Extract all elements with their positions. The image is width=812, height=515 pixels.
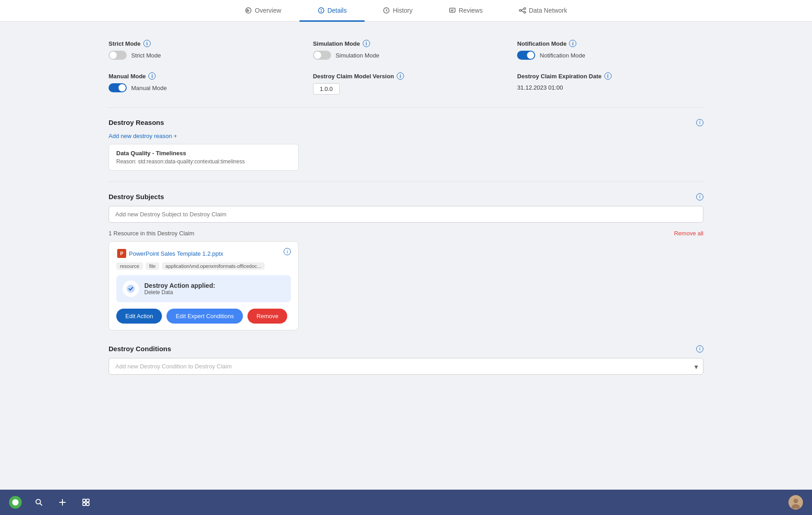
destroy-action-sub: Delete Data bbox=[144, 289, 215, 296]
svg-line-14 bbox=[521, 9, 524, 10]
destroy-action-icon bbox=[126, 284, 135, 293]
tab-data-network[interactable]: Data Network bbox=[501, 0, 585, 22]
resource-tags: resource file application/vnd.openxmifor… bbox=[116, 262, 291, 270]
notification-mode-toggle-label: Notification Mode bbox=[540, 52, 585, 59]
tab-history-label: History bbox=[393, 7, 413, 14]
edit-action-button[interactable]: Edit Action bbox=[116, 309, 162, 324]
tab-reviews[interactable]: Reviews bbox=[431, 0, 501, 22]
manual-mode-info-icon[interactable]: i bbox=[148, 72, 156, 80]
destroy-conditions-info-icon[interactable]: i bbox=[696, 345, 703, 353]
add-button[interactable] bbox=[56, 496, 69, 509]
strict-mode-toggle-label: Strict Mode bbox=[131, 52, 161, 59]
destroy-claim-expiration-date-section: Destroy Claim Expiration Date i 31.12.20… bbox=[517, 72, 703, 95]
manual-mode-label: Manual Mode i bbox=[109, 72, 295, 80]
app-logo[interactable] bbox=[9, 496, 22, 509]
destroy-action-box: Destroy Action applied: Delete Data bbox=[116, 275, 291, 302]
destroy-claim-model-version-value: 1.0.0 bbox=[313, 83, 340, 95]
separator-2 bbox=[109, 181, 703, 182]
svg-point-11 bbox=[519, 10, 521, 11]
destroy-conditions-header: Destroy Conditions i bbox=[109, 345, 703, 353]
destroy-claim-model-version-info-icon[interactable]: i bbox=[397, 72, 404, 80]
remove-all-button[interactable]: Remove all bbox=[674, 230, 703, 237]
destroy-action-text: Destroy Action applied: Delete Data bbox=[144, 282, 215, 296]
destroy-subjects-input[interactable] bbox=[109, 206, 703, 223]
svg-point-18 bbox=[127, 285, 135, 293]
user-avatar[interactable] bbox=[788, 495, 803, 510]
add-destroy-reason-link[interactable]: Add new destroy reason + bbox=[109, 133, 177, 139]
destroy-reasons-section: Destroy Reasons i Add new destroy reason… bbox=[109, 119, 703, 171]
resource-count-text: 1 Resource in this Destroy Claim bbox=[109, 230, 194, 237]
destroy-claim-expiration-date-info-icon[interactable]: i bbox=[604, 72, 612, 80]
grid-button[interactable] bbox=[80, 496, 92, 509]
edit-expert-conditions-button[interactable]: Edit Expert Conditions bbox=[166, 309, 243, 324]
search-button[interactable] bbox=[33, 496, 45, 509]
modes-row-2: Manual Mode i Manual Mode Destroy Claim … bbox=[109, 72, 703, 95]
tab-overview[interactable]: Overview bbox=[227, 0, 299, 22]
destroy-conditions-select[interactable]: Add new Destroy Condition to Destroy Cla… bbox=[109, 358, 703, 375]
destroy-claim-expiration-date-label: Destroy Claim Expiration Date i bbox=[517, 72, 703, 80]
tab-reviews-label: Reviews bbox=[459, 7, 483, 14]
resource-tag-2: application/vnd.openxmiformats-officedoc… bbox=[162, 262, 265, 270]
strict-mode-toggle[interactable] bbox=[109, 51, 127, 60]
svg-point-20 bbox=[36, 500, 41, 504]
nav-tabs: Overview Details History Reviews bbox=[0, 0, 812, 22]
modes-row-1: Strict Mode i Strict Mode Simulation Mod… bbox=[109, 40, 703, 60]
manual-mode-toggle[interactable] bbox=[109, 83, 127, 92]
notification-mode-section: Notification Mode i Notification Mode bbox=[517, 40, 703, 60]
notification-mode-toggle[interactable] bbox=[517, 51, 535, 60]
simulation-mode-info-icon[interactable]: i bbox=[363, 40, 370, 47]
svg-point-19 bbox=[12, 499, 19, 505]
svg-rect-25 bbox=[86, 499, 89, 502]
simulation-mode-label: Simulation Mode i bbox=[313, 40, 499, 47]
pptx-icon: P bbox=[116, 248, 127, 259]
resource-card: P PowerPoint Sales Template 1.2.pptx i r… bbox=[109, 241, 299, 330]
separator-1 bbox=[109, 107, 703, 108]
resource-count-row: 1 Resource in this Destroy Claim Remove … bbox=[109, 230, 703, 237]
strict-mode-label: Strict Mode i bbox=[109, 40, 295, 47]
bottom-bar-left bbox=[9, 496, 92, 509]
bottom-bar bbox=[0, 490, 812, 515]
tab-details-label: Details bbox=[328, 7, 347, 14]
simulation-mode-toggle-wrap: Simulation Mode bbox=[313, 51, 499, 60]
svg-point-6 bbox=[321, 11, 321, 12]
destroy-claim-expiration-date-value: 31.12.2023 01:00 bbox=[517, 84, 563, 91]
destroy-subjects-info-icon[interactable]: i bbox=[696, 193, 703, 200]
resource-name-row: P PowerPoint Sales Template 1.2.pptx bbox=[116, 248, 223, 259]
manual-mode-section: Manual Mode i Manual Mode bbox=[109, 72, 295, 95]
svg-line-15 bbox=[521, 11, 524, 12]
simulation-mode-section: Simulation Mode i Simulation Mode bbox=[313, 40, 499, 60]
simulation-mode-toggle[interactable] bbox=[313, 51, 331, 60]
destroy-conditions-title: Destroy Conditions bbox=[109, 345, 171, 353]
destroy-subjects-section: Destroy Subjects i 1 Resource in this De… bbox=[109, 193, 703, 330]
strict-mode-toggle-wrap: Strict Mode bbox=[109, 51, 295, 60]
manual-mode-toggle-label: Manual Mode bbox=[131, 85, 167, 91]
tab-history[interactable]: History bbox=[365, 0, 431, 22]
reason-card-sub: Reason: std:reason:data-quality:contextu… bbox=[116, 158, 291, 165]
resource-info-icon[interactable]: i bbox=[284, 248, 291, 255]
destroy-reasons-title: Destroy Reasons bbox=[109, 119, 164, 126]
resource-tag-1: file bbox=[146, 262, 159, 270]
remove-button[interactable]: Remove bbox=[247, 309, 287, 324]
svg-point-13 bbox=[524, 11, 526, 13]
tab-data-network-label: Data Network bbox=[529, 7, 567, 14]
main-content: Strict Mode i Strict Mode Simulation Mod… bbox=[0, 22, 812, 490]
resource-name[interactable]: PowerPoint Sales Template 1.2.pptx bbox=[129, 250, 223, 257]
tab-details[interactable]: Details bbox=[299, 0, 365, 22]
destroy-claim-model-version-section: Destroy Claim Model Version i 1.0.0 bbox=[313, 72, 499, 95]
svg-line-21 bbox=[40, 504, 43, 506]
strict-mode-section: Strict Mode i Strict Mode bbox=[109, 40, 295, 60]
strict-mode-info-icon[interactable]: i bbox=[143, 40, 151, 47]
tab-overview-label: Overview bbox=[255, 7, 281, 14]
destroy-action-title: Destroy Action applied: bbox=[144, 282, 215, 289]
svg-point-12 bbox=[524, 8, 526, 10]
notification-mode-info-icon[interactable]: i bbox=[569, 40, 576, 47]
svg-rect-26 bbox=[83, 503, 85, 505]
resource-tag-0: resource bbox=[116, 262, 143, 270]
destroy-claim-model-version-label: Destroy Claim Model Version i bbox=[313, 72, 499, 80]
svg-rect-24 bbox=[83, 499, 85, 502]
destroy-conditions-select-wrap: Add new Destroy Condition to Destroy Cla… bbox=[109, 358, 703, 375]
destroy-reasons-header: Destroy Reasons i bbox=[109, 119, 703, 126]
svg-point-29 bbox=[793, 499, 798, 503]
destroy-reasons-info-icon[interactable]: i bbox=[696, 119, 703, 126]
simulation-mode-toggle-label: Simulation Mode bbox=[336, 52, 380, 59]
